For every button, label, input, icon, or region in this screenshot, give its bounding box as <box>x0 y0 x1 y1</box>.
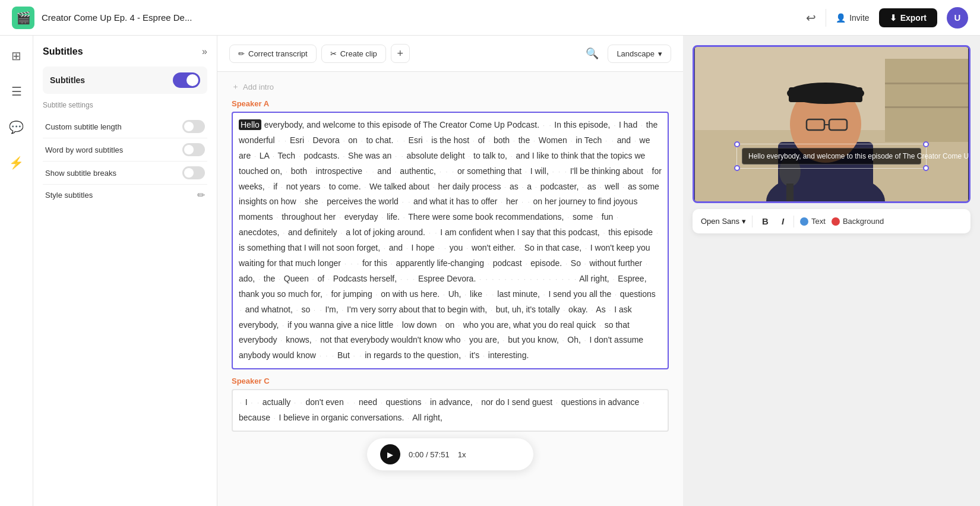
setting-label-word-by-word: Word by word subtitles <box>45 146 123 154</box>
italic-button[interactable]: I <box>778 215 788 227</box>
editor-toolbar: ✏ Correct transcript ✂ Create clip + 🔍 L… <box>217 36 683 72</box>
add-button[interactable]: + <box>391 44 410 63</box>
collapse-button[interactable]: » <box>202 46 207 57</box>
setting-row-word-by-word: Word by word subtitles <box>43 138 207 162</box>
panel-header: Subtitles » <box>43 46 207 57</box>
setting-row-style-subtitles: Style subtitles ✏ <box>43 185 207 205</box>
subtitle-toggle-label: Subtitles <box>50 75 85 85</box>
transcript-block-a[interactable]: Hello everybody, and welcome to this epi… <box>232 112 669 369</box>
resize-handle-tl[interactable] <box>734 141 740 147</box>
resize-handle-bl[interactable] <box>734 165 740 171</box>
setting-row-custom-length: Custom subtitle length <box>43 115 207 138</box>
transcript-main-text: everybody, and welcome to this episode o… <box>239 120 662 360</box>
sidebar-icon-layout[interactable]: ☰ <box>8 81 26 102</box>
play-button[interactable]: ▶ <box>380 444 400 464</box>
transcript-wrapper: ＋ Add intro Speaker A Hello everybody, a… <box>217 72 683 506</box>
sidebar-icon-subtitles[interactable]: 💬 <box>5 116 27 138</box>
search-icon: 🔍 <box>586 47 599 60</box>
export-button[interactable]: ⬇ Export <box>879 8 937 27</box>
plus-icon: ＋ <box>232 81 239 92</box>
icon-sidebar: ⊞ ☰ 💬 ⚡ <box>0 36 33 506</box>
video-container: Hello everybody, and welcome to this epi… <box>693 45 970 203</box>
subtitle-breaks-toggle[interactable] <box>182 166 205 179</box>
topbar-right: ↩ 👤 Invite ⬇ Export U <box>806 7 968 29</box>
video-placeholder <box>694 47 969 201</box>
setting-label-style-subtitles: Style subtitles <box>45 191 93 200</box>
undo-button[interactable]: ↩ <box>806 11 816 25</box>
center-panel: ✏ Correct transcript ✂ Create clip + 🔍 L… <box>217 36 683 506</box>
app-icon: 🎬 <box>12 7 34 29</box>
landscape-button[interactable]: Landscape ▾ <box>608 45 671 63</box>
setting-row-subtitle-breaks: Show subtitle breaks <box>43 162 207 185</box>
playback-bar: ▶ 0:00 / 57:51 1x <box>367 438 533 470</box>
highlighted-word[interactable]: Hello <box>239 119 261 130</box>
speed-button[interactable]: 1x <box>458 450 466 459</box>
word-by-word-toggle[interactable] <box>182 143 205 156</box>
pencil-icon: ✏ <box>238 49 245 58</box>
chevron-down-icon: ▾ <box>658 49 662 58</box>
subtitle-region[interactable]: Hello everybody, and welcome to this epi… <box>736 144 927 169</box>
panel-title: Subtitles <box>43 46 83 57</box>
subtitle-toggle-row: Subtitles <box>43 67 207 94</box>
settings-section-title: Subtitle settings <box>43 101 207 109</box>
subtitle-overlay: Hello everybody, and welcome to this epi… <box>742 148 921 165</box>
style-divider-1 <box>752 216 753 227</box>
scissors-icon: ✂ <box>330 49 337 58</box>
create-clip-button[interactable]: ✂ Create clip <box>321 45 386 63</box>
download-icon: ⬇ <box>890 13 897 23</box>
speaker-a-label: Speaker A <box>232 99 669 108</box>
user-icon: 👤 <box>836 13 846 23</box>
sidebar-icon-templates[interactable]: ⊞ <box>8 45 25 67</box>
main-layout: ⊞ ☰ 💬 ⚡ Subtitles » Subtitles Subtitle s… <box>0 36 980 506</box>
setting-label-subtitle-breaks: Show subtitle breaks <box>45 169 116 178</box>
topbar: 🎬 Creator Come Up Ep. 4 - Espree De... ↩… <box>0 0 980 36</box>
speaker-c-label: Speaker C <box>232 377 669 385</box>
chevron-down-icon: ▾ <box>742 217 746 226</box>
play-icon: ▶ <box>387 450 393 459</box>
setting-label-custom-length: Custom subtitle length <box>45 122 122 131</box>
font-selector[interactable]: Open Sans ▾ <box>701 217 746 226</box>
svg-rect-3 <box>885 83 968 84</box>
resize-handle-br[interactable] <box>923 165 929 171</box>
svg-rect-14 <box>786 184 794 201</box>
text-color-button[interactable]: Text <box>800 217 826 226</box>
search-button[interactable]: 🔍 <box>581 43 603 64</box>
invite-button[interactable]: 👤 Invite <box>836 13 869 23</box>
custom-subtitle-toggle[interactable] <box>182 120 205 133</box>
bold-button[interactable]: B <box>758 215 772 227</box>
text-color-dot <box>800 217 808 226</box>
svg-rect-4 <box>885 106 968 108</box>
transcript-block-c[interactable]: · I · · actually · · don't even · · need… <box>232 389 669 432</box>
sidebar-icon-effects[interactable]: ⚡ <box>5 152 27 173</box>
avatar[interactable]: U <box>947 7 968 29</box>
svg-rect-9 <box>789 87 862 102</box>
left-panel: Subtitles » Subtitles Subtitle settings … <box>33 36 217 506</box>
topbar-divider <box>826 9 826 27</box>
style-toolbar: Open Sans ▾ B I Text Background <box>693 209 970 233</box>
transcript-c-text: · I · · actually · · don't even · · need… <box>239 397 646 422</box>
style-divider-2 <box>794 216 794 227</box>
resize-handle-tr[interactable] <box>923 141 929 147</box>
app-title: Creator Come Up Ep. 4 - Espree De... <box>42 12 192 23</box>
topbar-left: 🎬 Creator Come Up Ep. 4 - Espree De... <box>12 7 192 29</box>
subtitle-master-toggle[interactable] <box>173 72 200 88</box>
add-intro-row[interactable]: ＋ Add intro <box>232 81 669 92</box>
background-color-button[interactable]: Background <box>832 217 884 226</box>
svg-rect-2 <box>885 59 968 142</box>
correct-transcript-button[interactable]: ✏ Correct transcript <box>229 45 317 63</box>
right-panel: Hello everybody, and welcome to this epi… <box>683 36 980 506</box>
time-display: 0:00 / 57:51 <box>409 450 450 459</box>
bg-color-dot <box>832 217 840 226</box>
style-edit-button[interactable]: ✏ <box>197 189 205 201</box>
